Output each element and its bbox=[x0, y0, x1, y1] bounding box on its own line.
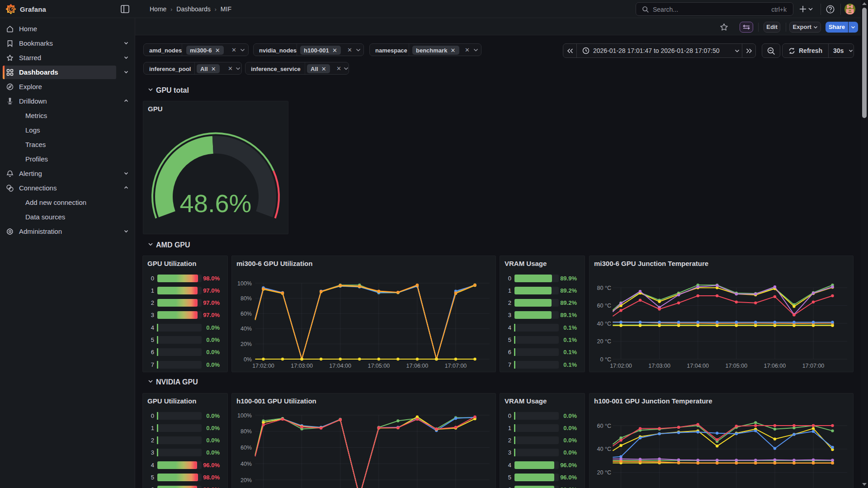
svg-text:20 °C: 20 °C bbox=[597, 469, 611, 476]
svg-text:80 °C: 80 °C bbox=[597, 285, 611, 291]
svg-text:17:02:00: 17:02:00 bbox=[610, 363, 632, 369]
svg-text:17:03:00: 17:03:00 bbox=[648, 363, 670, 369]
svg-text:100%: 100% bbox=[237, 280, 252, 287]
svg-text:60 °C: 60 °C bbox=[597, 423, 611, 429]
svg-text:20 °C: 20 °C bbox=[597, 338, 611, 345]
svg-text:17:03:00: 17:03:00 bbox=[291, 363, 313, 369]
svg-text:17:04:00: 17:04:00 bbox=[687, 363, 709, 369]
svg-text:17:07:00: 17:07:00 bbox=[445, 363, 467, 369]
svg-text:20%: 20% bbox=[241, 341, 252, 347]
svg-text:80%: 80% bbox=[241, 295, 252, 302]
svg-text:60%: 60% bbox=[241, 445, 252, 451]
svg-text:17:06:00: 17:06:00 bbox=[764, 363, 786, 369]
svg-text:20%: 20% bbox=[241, 477, 252, 483]
svg-text:0%: 0% bbox=[244, 356, 252, 363]
svg-text:17:05:00: 17:05:00 bbox=[725, 363, 747, 369]
svg-text:17:07:00: 17:07:00 bbox=[802, 363, 825, 369]
svg-text:40%: 40% bbox=[241, 326, 252, 332]
svg-text:17:05:00: 17:05:00 bbox=[368, 363, 390, 369]
svg-text:48.6%: 48.6% bbox=[180, 189, 252, 218]
svg-text:40 °C: 40 °C bbox=[597, 446, 611, 452]
svg-text:100%: 100% bbox=[237, 412, 252, 419]
svg-text:17:02:00: 17:02:00 bbox=[252, 363, 274, 369]
svg-text:17:04:00: 17:04:00 bbox=[329, 363, 351, 369]
svg-text:80%: 80% bbox=[241, 428, 252, 435]
svg-text:17:06:00: 17:06:00 bbox=[406, 363, 429, 369]
svg-text:60%: 60% bbox=[241, 311, 252, 317]
svg-text:0 °C: 0 °C bbox=[600, 356, 611, 363]
svg-text:40%: 40% bbox=[241, 461, 252, 467]
svg-text:40 °C: 40 °C bbox=[597, 321, 611, 327]
svg-text:60 °C: 60 °C bbox=[597, 303, 611, 309]
